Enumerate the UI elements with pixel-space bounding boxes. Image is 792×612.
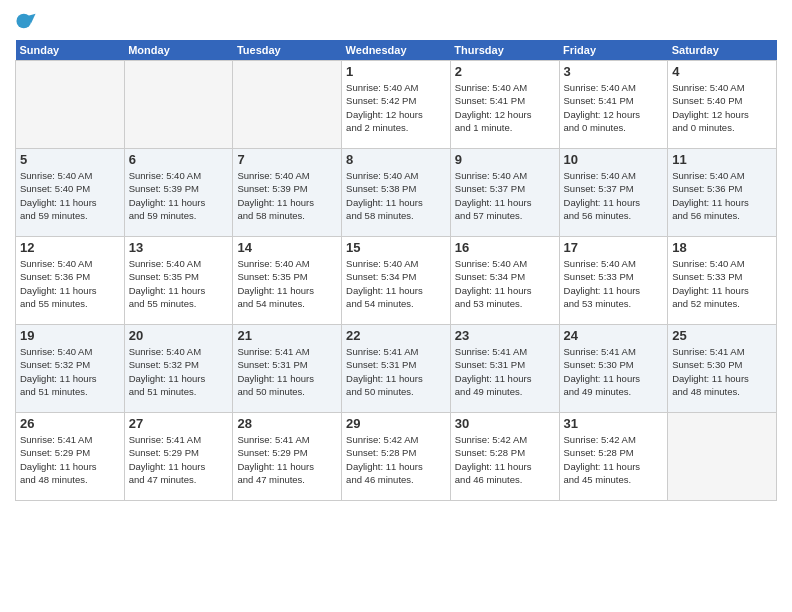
day-cell-19: 19Sunrise: 5:40 AM Sunset: 5:32 PM Dayli… (16, 325, 125, 413)
calendar-container: SundayMondayTuesdayWednesdayThursdayFrid… (0, 0, 792, 612)
day-number: 24 (564, 328, 664, 343)
day-cell-23: 23Sunrise: 5:41 AM Sunset: 5:31 PM Dayli… (450, 325, 559, 413)
day-info: Sunrise: 5:42 AM Sunset: 5:28 PM Dayligh… (346, 433, 446, 486)
day-header-monday: Monday (124, 40, 233, 61)
day-number: 16 (455, 240, 555, 255)
day-info: Sunrise: 5:40 AM Sunset: 5:32 PM Dayligh… (129, 345, 229, 398)
day-info: Sunrise: 5:40 AM Sunset: 5:34 PM Dayligh… (346, 257, 446, 310)
day-info: Sunrise: 5:41 AM Sunset: 5:31 PM Dayligh… (455, 345, 555, 398)
day-info: Sunrise: 5:40 AM Sunset: 5:37 PM Dayligh… (564, 169, 664, 222)
day-cell-8: 8Sunrise: 5:40 AM Sunset: 5:38 PM Daylig… (342, 149, 451, 237)
day-info: Sunrise: 5:40 AM Sunset: 5:33 PM Dayligh… (672, 257, 772, 310)
day-info: Sunrise: 5:41 AM Sunset: 5:29 PM Dayligh… (129, 433, 229, 486)
day-number: 13 (129, 240, 229, 255)
day-number: 31 (564, 416, 664, 431)
day-cell-15: 15Sunrise: 5:40 AM Sunset: 5:34 PM Dayli… (342, 237, 451, 325)
week-row: 5Sunrise: 5:40 AM Sunset: 5:40 PM Daylig… (16, 149, 777, 237)
day-info: Sunrise: 5:42 AM Sunset: 5:28 PM Dayligh… (564, 433, 664, 486)
day-info: Sunrise: 5:41 AM Sunset: 5:31 PM Dayligh… (346, 345, 446, 398)
day-cell-29: 29Sunrise: 5:42 AM Sunset: 5:28 PM Dayli… (342, 413, 451, 501)
day-cell-7: 7Sunrise: 5:40 AM Sunset: 5:39 PM Daylig… (233, 149, 342, 237)
day-number: 9 (455, 152, 555, 167)
day-info: Sunrise: 5:40 AM Sunset: 5:41 PM Dayligh… (455, 81, 555, 134)
empty-cell (124, 61, 233, 149)
day-number: 18 (672, 240, 772, 255)
day-cell-12: 12Sunrise: 5:40 AM Sunset: 5:36 PM Dayli… (16, 237, 125, 325)
day-number: 14 (237, 240, 337, 255)
day-number: 15 (346, 240, 446, 255)
day-header-friday: Friday (559, 40, 668, 61)
day-info: Sunrise: 5:41 AM Sunset: 5:30 PM Dayligh… (564, 345, 664, 398)
day-info: Sunrise: 5:42 AM Sunset: 5:28 PM Dayligh… (455, 433, 555, 486)
day-cell-6: 6Sunrise: 5:40 AM Sunset: 5:39 PM Daylig… (124, 149, 233, 237)
day-cell-31: 31Sunrise: 5:42 AM Sunset: 5:28 PM Dayli… (559, 413, 668, 501)
day-number: 1 (346, 64, 446, 79)
logo (15, 10, 41, 32)
day-number: 4 (672, 64, 772, 79)
day-number: 29 (346, 416, 446, 431)
day-info: Sunrise: 5:41 AM Sunset: 5:31 PM Dayligh… (237, 345, 337, 398)
day-info: Sunrise: 5:40 AM Sunset: 5:38 PM Dayligh… (346, 169, 446, 222)
day-cell-27: 27Sunrise: 5:41 AM Sunset: 5:29 PM Dayli… (124, 413, 233, 501)
day-number: 10 (564, 152, 664, 167)
day-number: 6 (129, 152, 229, 167)
day-cell-25: 25Sunrise: 5:41 AM Sunset: 5:30 PM Dayli… (668, 325, 777, 413)
day-info: Sunrise: 5:40 AM Sunset: 5:41 PM Dayligh… (564, 81, 664, 134)
day-cell-22: 22Sunrise: 5:41 AM Sunset: 5:31 PM Dayli… (342, 325, 451, 413)
day-cell-13: 13Sunrise: 5:40 AM Sunset: 5:35 PM Dayli… (124, 237, 233, 325)
day-info: Sunrise: 5:40 AM Sunset: 5:37 PM Dayligh… (455, 169, 555, 222)
day-info: Sunrise: 5:40 AM Sunset: 5:40 PM Dayligh… (672, 81, 772, 134)
day-header-saturday: Saturday (668, 40, 777, 61)
empty-cell (16, 61, 125, 149)
day-number: 28 (237, 416, 337, 431)
day-cell-9: 9Sunrise: 5:40 AM Sunset: 5:37 PM Daylig… (450, 149, 559, 237)
day-info: Sunrise: 5:40 AM Sunset: 5:39 PM Dayligh… (129, 169, 229, 222)
week-row: 26Sunrise: 5:41 AM Sunset: 5:29 PM Dayli… (16, 413, 777, 501)
empty-cell (233, 61, 342, 149)
day-info: Sunrise: 5:40 AM Sunset: 5:36 PM Dayligh… (20, 257, 120, 310)
day-cell-2: 2Sunrise: 5:40 AM Sunset: 5:41 PM Daylig… (450, 61, 559, 149)
day-cell-26: 26Sunrise: 5:41 AM Sunset: 5:29 PM Dayli… (16, 413, 125, 501)
day-cell-1: 1Sunrise: 5:40 AM Sunset: 5:42 PM Daylig… (342, 61, 451, 149)
day-number: 26 (20, 416, 120, 431)
day-number: 2 (455, 64, 555, 79)
empty-cell (668, 413, 777, 501)
day-info: Sunrise: 5:40 AM Sunset: 5:33 PM Dayligh… (564, 257, 664, 310)
day-number: 27 (129, 416, 229, 431)
day-number: 23 (455, 328, 555, 343)
calendar-table: SundayMondayTuesdayWednesdayThursdayFrid… (15, 40, 777, 501)
day-number: 20 (129, 328, 229, 343)
day-number: 17 (564, 240, 664, 255)
day-info: Sunrise: 5:40 AM Sunset: 5:36 PM Dayligh… (672, 169, 772, 222)
day-cell-18: 18Sunrise: 5:40 AM Sunset: 5:33 PM Dayli… (668, 237, 777, 325)
day-info: Sunrise: 5:40 AM Sunset: 5:40 PM Dayligh… (20, 169, 120, 222)
day-number: 22 (346, 328, 446, 343)
day-cell-24: 24Sunrise: 5:41 AM Sunset: 5:30 PM Dayli… (559, 325, 668, 413)
day-number: 30 (455, 416, 555, 431)
day-info: Sunrise: 5:40 AM Sunset: 5:42 PM Dayligh… (346, 81, 446, 134)
day-info: Sunrise: 5:40 AM Sunset: 5:39 PM Dayligh… (237, 169, 337, 222)
day-cell-30: 30Sunrise: 5:42 AM Sunset: 5:28 PM Dayli… (450, 413, 559, 501)
day-header-sunday: Sunday (16, 40, 125, 61)
day-number: 12 (20, 240, 120, 255)
day-number: 3 (564, 64, 664, 79)
day-cell-17: 17Sunrise: 5:40 AM Sunset: 5:33 PM Dayli… (559, 237, 668, 325)
day-info: Sunrise: 5:40 AM Sunset: 5:32 PM Dayligh… (20, 345, 120, 398)
day-cell-14: 14Sunrise: 5:40 AM Sunset: 5:35 PM Dayli… (233, 237, 342, 325)
day-header-wednesday: Wednesday (342, 40, 451, 61)
day-info: Sunrise: 5:41 AM Sunset: 5:29 PM Dayligh… (20, 433, 120, 486)
day-cell-21: 21Sunrise: 5:41 AM Sunset: 5:31 PM Dayli… (233, 325, 342, 413)
week-row: 12Sunrise: 5:40 AM Sunset: 5:36 PM Dayli… (16, 237, 777, 325)
day-header-tuesday: Tuesday (233, 40, 342, 61)
week-row: 19Sunrise: 5:40 AM Sunset: 5:32 PM Dayli… (16, 325, 777, 413)
day-info: Sunrise: 5:40 AM Sunset: 5:35 PM Dayligh… (129, 257, 229, 310)
day-header-thursday: Thursday (450, 40, 559, 61)
day-info: Sunrise: 5:40 AM Sunset: 5:35 PM Dayligh… (237, 257, 337, 310)
day-number: 5 (20, 152, 120, 167)
header-row: SundayMondayTuesdayWednesdayThursdayFrid… (16, 40, 777, 61)
day-cell-28: 28Sunrise: 5:41 AM Sunset: 5:29 PM Dayli… (233, 413, 342, 501)
week-row: 1Sunrise: 5:40 AM Sunset: 5:42 PM Daylig… (16, 61, 777, 149)
day-info: Sunrise: 5:40 AM Sunset: 5:34 PM Dayligh… (455, 257, 555, 310)
day-number: 7 (237, 152, 337, 167)
calendar-header (15, 10, 777, 32)
